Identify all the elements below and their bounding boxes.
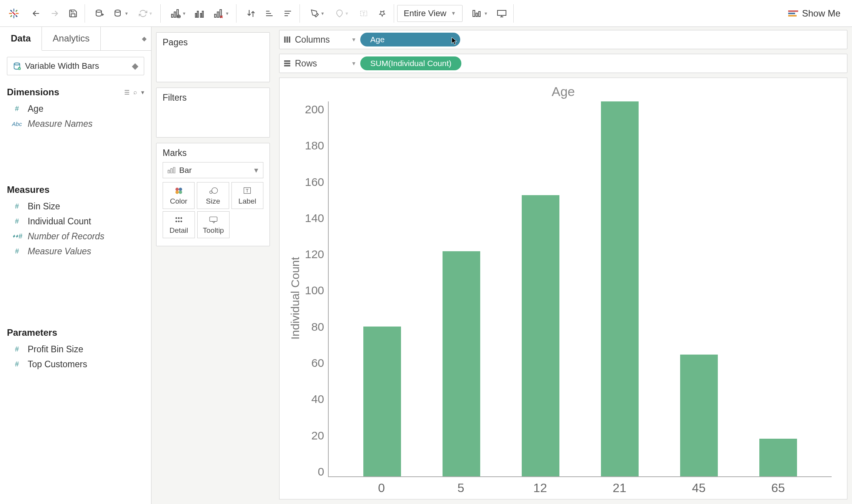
size-icon	[208, 186, 218, 195]
forward-button[interactable]	[46, 5, 63, 22]
svg-rect-65	[284, 36, 286, 43]
data-source-selector[interactable]: Variable Width Bars ◆	[7, 57, 144, 75]
svg-line-7	[10, 15, 12, 17]
svg-rect-67	[289, 36, 290, 43]
sort-asc-button[interactable]	[261, 5, 278, 22]
svg-rect-42	[788, 10, 798, 12]
clear-sheet-button[interactable]: ▼	[210, 5, 233, 22]
bar-wrap	[422, 101, 501, 476]
field-number-of-records[interactable]: ᠃#Number of Records	[7, 229, 144, 244]
show-me-icon	[788, 9, 798, 18]
field-measure-values[interactable]: #Measure Values	[7, 244, 144, 259]
columns-pill-age[interactable]: Age	[360, 33, 460, 46]
field-top-customers[interactable]: #Top Customers	[7, 357, 144, 372]
parameters-header: Parameters	[7, 327, 57, 338]
group-button[interactable]: ▼	[331, 5, 354, 22]
chevron-down-icon: ▼	[351, 60, 356, 66]
back-button[interactable]	[28, 5, 45, 22]
tab-data[interactable]: Data	[0, 27, 42, 51]
data-panel: Data Analytics ◆ Variable Width Bars ◆ D…	[0, 27, 151, 504]
svg-line-8	[16, 10, 17, 12]
x-tick: 21	[580, 481, 659, 495]
chart-title: Age	[280, 78, 847, 101]
tab-dropdown-icon[interactable]: ◆	[101, 27, 151, 50]
bar-wrap	[580, 101, 659, 476]
pause-datasource-button[interactable]: ▼	[110, 5, 133, 22]
highlight-button[interactable]: ▼	[306, 5, 329, 22]
labels-button[interactable]: T	[355, 5, 372, 22]
pin-button[interactable]	[374, 5, 391, 22]
svg-rect-13	[171, 14, 173, 17]
bar-wrap	[501, 101, 580, 476]
columns-shelf[interactable]: Columns ▼ Age	[279, 30, 847, 49]
fit-dropdown-label: Entire View	[404, 8, 446, 18]
show-cards-button[interactable]: ▼	[469, 5, 492, 22]
new-datasource-button[interactable]	[91, 5, 108, 22]
field-measure-names[interactable]: AbcMeasure Names	[7, 116, 144, 131]
rows-label: Rows	[295, 58, 317, 69]
svg-point-12	[115, 10, 120, 12]
detail-icon	[174, 216, 184, 224]
bar[interactable]	[680, 355, 718, 476]
visualization-area: Age Individual Count 2001801601401201008…	[279, 78, 847, 499]
presentation-button[interactable]	[493, 5, 510, 22]
marks-tooltip-button[interactable]: Tooltip	[197, 211, 230, 238]
y-tick: 180	[305, 139, 324, 152]
mark-type-selector[interactable]: Bar ▾	[163, 162, 263, 178]
list-view-icon[interactable]: ☰	[124, 89, 130, 96]
svg-rect-24	[217, 12, 219, 17]
y-tick: 20	[311, 429, 324, 442]
y-tick: 160	[305, 176, 324, 189]
refresh-button[interactable]: ▼	[134, 5, 157, 22]
svg-text:T: T	[363, 11, 365, 16]
bar[interactable]	[443, 251, 481, 476]
svg-point-63	[180, 220, 182, 222]
y-tick: 100	[305, 284, 324, 297]
rows-pill-sum-count[interactable]: SUM(Individual Count)	[360, 56, 461, 70]
field-profit-bin-size[interactable]: #Profit Bin Size	[7, 342, 144, 357]
show-me-button[interactable]: Show Me	[783, 6, 846, 21]
swap-button[interactable]	[243, 5, 260, 22]
tab-analytics[interactable]: Analytics	[42, 27, 101, 50]
rows-shelf[interactable]: Rows ▼ SUM(Individual Count)	[279, 54, 847, 73]
y-tick: 0	[318, 465, 324, 478]
bar[interactable]	[363, 327, 401, 476]
marks-title: Marks	[163, 148, 263, 158]
svg-rect-37	[476, 13, 478, 17]
new-worksheet-button[interactable]: ▼	[167, 5, 190, 22]
y-axis-label: Individual Count	[287, 101, 303, 495]
bar[interactable]	[522, 195, 560, 476]
marks-color-button[interactable]: Color	[163, 182, 195, 209]
svg-rect-14	[174, 12, 176, 17]
pages-shelf[interactable]: Pages	[156, 32, 270, 82]
field-individual-count[interactable]: #Individual Count	[7, 214, 144, 229]
marks-size-button[interactable]: Size	[197, 182, 229, 209]
x-tick: 5	[421, 481, 500, 495]
save-button[interactable]	[65, 5, 82, 22]
svg-rect-48	[171, 169, 172, 173]
field-bin-size[interactable]: #Bin Size	[7, 199, 144, 214]
bar[interactable]	[601, 101, 639, 476]
filters-shelf[interactable]: Filters	[156, 88, 270, 138]
fit-dropdown[interactable]: Entire View ▼	[397, 5, 463, 22]
sort-desc-button[interactable]	[280, 5, 296, 22]
svg-line-4	[12, 12, 15, 15]
svg-rect-38	[479, 12, 480, 17]
y-tick: 60	[311, 356, 324, 370]
field-age[interactable]: #Age	[7, 101, 144, 116]
svg-rect-70	[284, 65, 290, 66]
svg-rect-44	[788, 15, 797, 17]
marks-detail-button[interactable]: Detail	[163, 211, 195, 238]
y-tick: 80	[311, 320, 324, 333]
svg-rect-19	[195, 13, 196, 17]
tableau-logo	[6, 6, 22, 21]
duplicate-sheet-button[interactable]	[191, 5, 208, 22]
marks-label-button[interactable]: TLabel	[231, 182, 263, 209]
bar[interactable]	[759, 439, 797, 476]
svg-point-62	[178, 220, 180, 222]
marks-card: Marks Bar ▾ Color Size TLabel Detail Too…	[156, 143, 270, 246]
svg-point-55	[212, 187, 218, 193]
number-type-icon: #	[12, 105, 22, 113]
search-icon[interactable]: ⌕	[133, 89, 137, 96]
section-menu-icon[interactable]: ▾	[141, 89, 144, 96]
